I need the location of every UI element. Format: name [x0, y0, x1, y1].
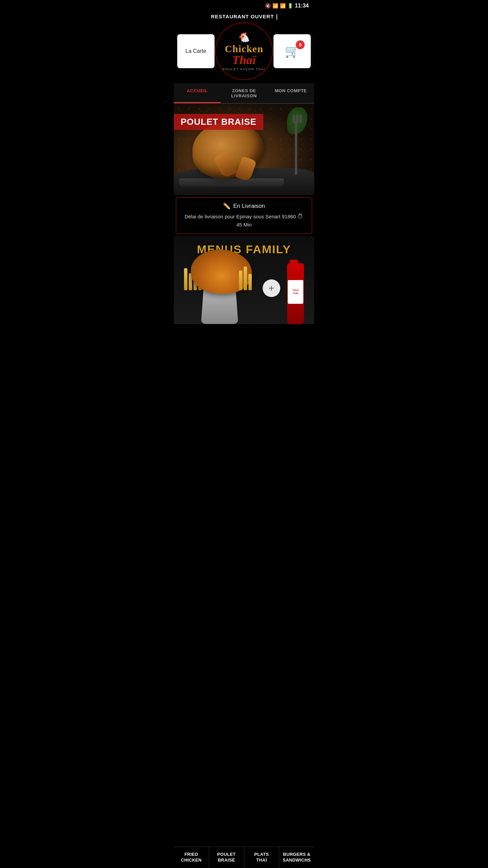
poulet-braise-label: POULET BRAISE	[174, 114, 263, 130]
bottom-spacer	[174, 324, 314, 350]
signal-icon: 📶	[280, 3, 286, 8]
cola-bottle: Coca Cola	[284, 256, 307, 324]
bottom-nav-plats-thai[interactable]: PLATS THAÏ	[244, 847, 280, 868]
hero-banner: POULET BRAISE	[174, 104, 314, 195]
delivery-title: ✏️ En Livraison	[182, 202, 306, 210]
status-bar: 🔇 📶 📶 🔋 11:34	[174, 0, 314, 10]
chicken-icon: 🐔	[238, 32, 250, 43]
menus-family-section: MENUS FAMILY	[174, 236, 314, 324]
status-icons: 🔇 📶 📶 🔋 11:34	[265, 3, 309, 9]
bottom-nav-fried-chicken[interactable]: FRIED CHICKEN	[174, 847, 209, 868]
cart-badge: 0	[296, 40, 305, 49]
fab-add-button[interactable]: +	[263, 279, 280, 297]
pencil-icon: ✏️	[223, 202, 230, 210]
logo-chicken-text: Chicken	[225, 44, 263, 54]
delivery-info-box: ✏️ En Livraison Délai de livraison pour …	[176, 197, 312, 234]
menus-family-background: MENUS FAMILY	[174, 236, 314, 324]
fork-handle	[295, 121, 297, 175]
fries-right	[239, 267, 252, 290]
nav-tabs: ACCUEIL ZONES DE LIVRAISON MON COMPTE	[174, 83, 314, 104]
restaurant-open-banner: RESTAURANT OUVERT	[174, 10, 314, 22]
logo-thai-text: Thaï	[232, 54, 256, 66]
mute-icon: 🔇	[265, 3, 271, 8]
logo-circle: 🐔 Chicken Thaï POULET FAÇON THAÏ	[215, 22, 273, 80]
bottle-label: Coca Cola	[288, 280, 303, 304]
la-carte-label: La Carte	[185, 48, 206, 54]
pan-decoration	[179, 178, 284, 187]
logo-subtitle: POULET FAÇON THAÏ	[223, 67, 265, 71]
bucket-area	[184, 250, 252, 324]
battery-icon: 🔋	[287, 3, 293, 8]
header: La Carte 🐔 Chicken Thaï POULET FAÇON THA…	[174, 22, 314, 83]
clock-icon: ⏱	[297, 213, 303, 220]
la-carte-button[interactable]: La Carte	[177, 34, 215, 68]
bottom-navigation: FRIED CHICKEN POULET BRAISÉ PLATS THAÏ B…	[174, 847, 314, 868]
tab-zones-livraison[interactable]: ZONES DE LIVRAISON	[221, 83, 267, 103]
wifi-icon: 📶	[272, 3, 278, 8]
tab-mon-compte[interactable]: MON COMPTE	[267, 83, 314, 103]
status-time: 11:34	[295, 3, 309, 9]
bottom-nav-burgers[interactable]: BURGERS & SANDWICHS	[279, 847, 314, 868]
logo-container: 🐔 Chicken Thaï POULET FAÇON THAÏ	[215, 22, 273, 80]
tab-accueil[interactable]: ACCUEIL	[174, 83, 221, 103]
cart-button[interactable]: 🛒 0	[273, 34, 311, 68]
delivery-detail: Délai de livraison pour Epinay sous Sena…	[182, 212, 306, 229]
bottom-nav-poulet-braise[interactable]: POULET BRAISÉ	[209, 847, 244, 868]
bottle-cap	[290, 260, 298, 267]
